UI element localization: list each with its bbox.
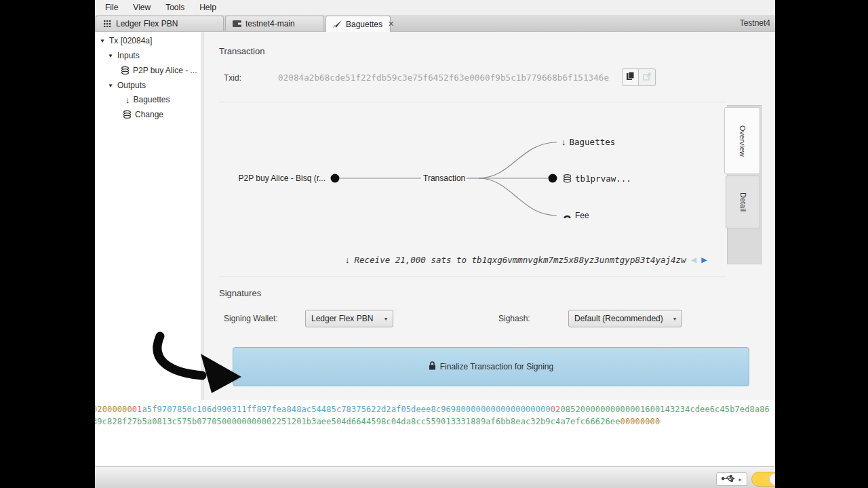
menu-file[interactable]: File: [98, 3, 125, 12]
open-external-button[interactable]: [639, 68, 656, 86]
sighash-value: Default (Recommended): [574, 314, 663, 323]
network-label: Testnet4: [740, 18, 770, 28]
lock-icon: [429, 361, 436, 372]
signing-wallet-value: Ledger Flex PBN: [311, 314, 373, 323]
expander-icon[interactable]: ▼: [107, 83, 114, 89]
tab-detail[interactable]: Detail: [726, 176, 760, 228]
tree-item-input-p2p-buy-alice[interactable]: P2P buy Alice - ...: [121, 64, 197, 77]
coins-icon: [121, 66, 130, 75]
expander-icon[interactable]: ▼: [99, 38, 106, 44]
tab-bar: Ledger Flex PBN testnet4-main Baguettes …: [95, 15, 775, 32]
main-panel: [204, 32, 775, 400]
signatures-heading: Signatures: [219, 288, 261, 298]
external-link-icon: [643, 71, 651, 83]
tab-overview[interactable]: Overview: [724, 107, 760, 174]
sighash-label: Sighash:: [498, 314, 530, 323]
tab-ledger-flex-pbn[interactable]: Ledger Flex PBN: [96, 16, 224, 31]
receive-arrow-icon: ↓: [345, 255, 350, 265]
hex-version: 02000000: [95, 405, 132, 414]
diagram-fee-node[interactable]: Fee: [563, 211, 589, 220]
diagram-output-baguettes[interactable]: ↓ Baguettes: [561, 137, 615, 147]
tab-label: testnet4-main: [245, 19, 295, 28]
raw-transaction-hex: 0200000001a5f9707850c106d990311ff897fea8…: [95, 400, 775, 466]
signing-wallet-label: Signing Wallet:: [224, 314, 278, 323]
txid-label: Txid:: [224, 73, 241, 83]
hex-output-count: 02: [551, 405, 561, 414]
usb-device-button[interactable]: ▸: [716, 472, 747, 486]
menu-tools[interactable]: Tools: [158, 3, 192, 12]
transaction-heading: Transaction: [219, 46, 264, 56]
tab-baguettes[interactable]: Baguettes ✕: [326, 16, 391, 32]
send-plane-icon: [333, 20, 342, 28]
tree-item-tx[interactable]: ▼ Tx [02084a]: [99, 34, 152, 47]
tree-item-inputs[interactable]: ▼ Inputs: [107, 49, 140, 62]
app-window: File View Tools Help Ledger Flex PBN tes…: [95, 0, 775, 488]
receive-summary: ↓ Receive 21,000 sats to tb1qxg6vmmnvgkm…: [345, 255, 707, 265]
coins-icon: [563, 174, 572, 183]
tab-close-icon[interactable]: ✕: [388, 20, 394, 28]
hex-outputs: 39c828f27b5a0813c575b0770500000000002251…: [95, 417, 620, 426]
menu-bar: File View Tools Help: [95, 0, 775, 15]
diagram-transaction-node: Transaction: [423, 174, 465, 183]
theme-toggle[interactable]: [751, 472, 775, 487]
ledger-device-icon: [103, 20, 112, 28]
receive-text: Receive 21,000 sats to tb1qxg6vmmnvgkm7m…: [355, 255, 686, 265]
hex-outputs: 08520000000000001600143234cdee6c45b7ed8a…: [560, 405, 769, 414]
tree-label: Change: [135, 110, 163, 119]
tree-label: Tx [02084a]: [109, 36, 152, 45]
tree-label: Inputs: [117, 51, 140, 60]
expander-icon[interactable]: ▼: [107, 53, 114, 59]
prev-output-icon[interactable]: ◀: [691, 256, 696, 264]
diagram-input-node[interactable]: P2P buy Alice - Bisq (r...: [217, 174, 326, 183]
diagram-output-change[interactable]: tb1prvaw...: [563, 174, 631, 184]
tree-item-output-baguettes[interactable]: ↓ Baguettes: [125, 93, 170, 106]
menu-help[interactable]: Help: [192, 3, 224, 12]
usb-icon: [722, 473, 736, 485]
tab-testnet4-main[interactable]: testnet4-main: [225, 16, 324, 31]
chevron-right-icon: ▸: [738, 476, 741, 483]
txid-value: 02084a2b68cde51f22fdb59c3e75f6452f63e006…: [278, 73, 609, 83]
arrow-down-icon: ↓: [125, 95, 130, 105]
copy-txid-button[interactable]: [622, 68, 639, 86]
tree-label: P2P buy Alice - ...: [133, 66, 197, 75]
arrow-down-icon: ↓: [561, 137, 566, 147]
tree-label: Baguettes: [134, 95, 170, 104]
hex-line-2: 39c828f27b5a0813c575b0770500000000002251…: [95, 417, 660, 426]
tab-label: Ledger Flex PBN: [116, 19, 178, 28]
chevron-down-icon: ▾: [384, 316, 387, 322]
hex-line-1: 0200000001a5f9707850c106d990311ff897fea8…: [95, 405, 770, 414]
toggle-knob: [769, 473, 775, 485]
wallet-icon: [233, 20, 241, 28]
divider: [219, 102, 726, 102]
tab-label: Baguettes: [346, 20, 382, 29]
hex-input: a5f9707850c106d990311ff897fea848ac54485c…: [142, 405, 550, 414]
tree-item-outputs[interactable]: ▼ Outputs: [107, 79, 146, 92]
diagram-output-label: tb1prvaw...: [575, 174, 631, 184]
coins-icon: [123, 110, 132, 119]
signing-wallet-dropdown[interactable]: Ledger Flex PBN ▾: [305, 310, 393, 327]
sidebar-tree: ▼ Tx [02084a] ▼ Inputs P2P buy Alice - .…: [95, 32, 201, 400]
status-bar: ▸: [95, 466, 775, 488]
next-output-icon[interactable]: ▶: [701, 256, 707, 264]
diagram-output-label: Fee: [575, 211, 589, 220]
diagram-output-label: Baguettes: [570, 137, 616, 147]
menu-view[interactable]: View: [125, 3, 158, 12]
tree-item-output-change[interactable]: Change: [123, 108, 163, 121]
hex-locktime: 00000000: [620, 417, 660, 426]
chevron-down-icon: ▾: [673, 316, 676, 322]
hex-input-count: 01: [132, 405, 142, 414]
tree-label: Outputs: [117, 81, 146, 90]
finalize-button-label: Finalize Transaction for Signing: [440, 362, 553, 371]
finalize-transaction-button[interactable]: Finalize Transaction for Signing: [233, 347, 749, 386]
sighash-dropdown[interactable]: Default (Recommended) ▾: [568, 310, 682, 327]
divider: [219, 277, 726, 277]
copy-icon: [626, 71, 635, 83]
fee-hand-icon: [563, 211, 572, 220]
